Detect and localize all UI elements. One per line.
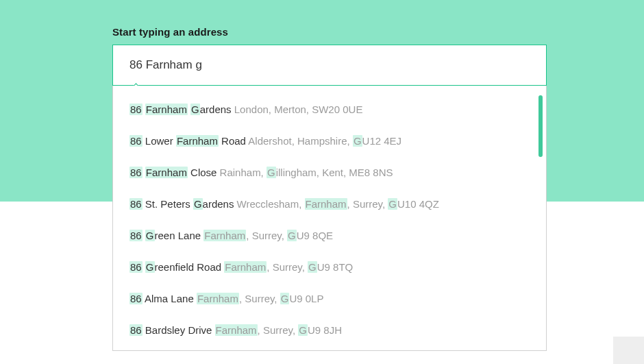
search-input[interactable] [113,45,546,85]
suggestion-main: 86 Alma Lane [129,293,194,304]
suggestions-dropdown: 86 Farnham Gardens London, Merton, SW20 … [112,86,547,351]
suggestion-secondary: Farnham, Surrey, GU9 8JH [215,324,342,336]
suggestion-main: 86 Bardsley Drive [129,324,212,336]
suggestion-item[interactable]: 86 St. Peters Gardens Wrecclesham, Farnh… [113,189,546,220]
suggestion-secondary: Farnham, Surrey, GU9 8QE [203,230,333,241]
corner-accent [613,337,644,364]
suggestion-item[interactable]: 86 Greenfield Road Farnham, Surrey, GU9 … [113,252,546,283]
suggestion-main: 86 Greenfield Road [129,261,221,273]
search-input-wrap [112,45,547,86]
suggestion-main: 86 Green Lane [129,230,201,241]
suggestion-secondary: Aldershot, Hampshire, GU12 4EJ [248,135,401,147]
suggestion-secondary: Rainham, Gillingham, Kent, ME8 8NS [220,167,393,178]
suggestion-item[interactable]: 86 Bardsley Drive Farnham, Surrey, GU9 8… [113,315,546,346]
suggestion-main: 86 Farnham Gardens [129,104,232,115]
suggestion-item[interactable]: 86 Lower Farnham Road Aldershot, Hampshi… [113,125,546,157]
suggestion-secondary: Farnham, Surrey, GU9 8TQ [224,261,353,273]
suggestion-list: 86 Farnham Gardens London, Merton, SW20 … [113,94,546,346]
suggestion-item[interactable]: 86 Farnham Close Rainham, Gillingham, Ke… [113,157,546,189]
suggestion-item[interactable]: 86 Alma Lane Farnham, Surrey, GU9 0LP [113,283,546,315]
scrollbar-thumb[interactable] [538,95,543,157]
suggestion-item[interactable]: 86 Green Lane Farnham, Surrey, GU9 8QE [113,220,546,252]
suggestion-secondary: Wrecclesham, Farnham, Surrey, GU10 4QZ [237,198,439,210]
suggestion-main: 86 Farnham Close [129,167,216,178]
suggestion-secondary: London, Merton, SW20 0UE [234,104,363,115]
suggestion-main: 86 St. Peters Gardens [129,198,234,210]
suggestion-main: 86 Lower Farnham Road [129,135,246,147]
address-search-widget: Start typing an address 86 Farnham Garde… [112,26,547,351]
search-label: Start typing an address [112,26,547,38]
suggestion-secondary: Farnham, Surrey, GU9 0LP [197,293,324,304]
suggestion-item[interactable]: 86 Farnham Gardens London, Merton, SW20 … [113,94,546,125]
